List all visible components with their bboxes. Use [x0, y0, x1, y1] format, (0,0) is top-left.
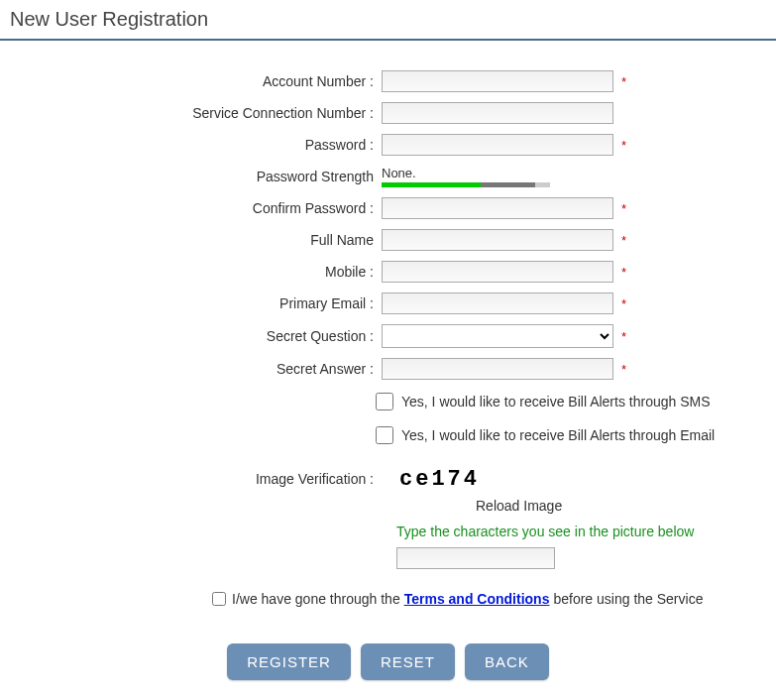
captcha-hint: Type the characters you see in the pictu…: [10, 524, 766, 539]
page-title: New User Registration: [0, 0, 776, 41]
reload-image-link[interactable]: Reload Image: [476, 498, 562, 514]
image-verification-label: Image Verification :: [10, 467, 382, 492]
service-connection-label: Service Connection Number :: [10, 105, 382, 121]
required-mark: *: [621, 201, 626, 216]
service-connection-row: Service Connection Number :: [10, 102, 766, 124]
secret-question-label: Secret Question :: [10, 328, 382, 344]
primary-email-input[interactable]: [382, 292, 613, 314]
email-alerts-checkbox[interactable]: [376, 426, 393, 444]
password-label: Password :: [10, 137, 382, 153]
full-name-row: Full Name *: [10, 229, 766, 251]
password-row: Password : *: [10, 134, 766, 156]
password-strength-value: None.: [382, 166, 550, 180]
required-mark: *: [621, 296, 626, 311]
confirm-password-label: Confirm Password :: [10, 200, 382, 216]
password-input[interactable]: [382, 134, 613, 156]
required-mark: *: [621, 138, 626, 153]
required-mark: *: [621, 265, 626, 280]
primary-email-label: Primary Email :: [10, 295, 382, 311]
terms-checkbox[interactable]: [212, 592, 226, 606]
strength-segment-gray: [481, 182, 535, 187]
back-button[interactable]: BACK: [465, 643, 549, 680]
strength-segment-light: [535, 182, 550, 187]
mobile-input[interactable]: [382, 261, 613, 283]
required-mark: *: [621, 233, 626, 248]
sms-alerts-row: Yes, I would like to receive Bill Alerts…: [10, 390, 766, 413]
register-button[interactable]: REGISTER: [227, 643, 351, 680]
password-strength-label: Password Strength: [10, 169, 382, 184]
terms-suffix: before using the Service: [553, 591, 703, 607]
secret-answer-input[interactable]: [382, 358, 613, 380]
full-name-label: Full Name: [10, 232, 382, 248]
password-strength-row: Password Strength None.: [10, 166, 766, 187]
secret-answer-label: Secret Answer :: [10, 361, 382, 377]
secret-answer-row: Secret Answer : *: [10, 358, 766, 380]
full-name-input[interactable]: [382, 229, 613, 251]
strength-segment-green: [382, 182, 481, 187]
sms-alerts-label: Yes, I would like to receive Bill Alerts…: [401, 394, 711, 409]
terms-prefix: I/we have gone through the: [232, 591, 400, 607]
confirm-password-input[interactable]: [382, 197, 613, 219]
terms-and-conditions-link[interactable]: Terms and Conditions: [404, 591, 550, 607]
primary-email-row: Primary Email : *: [10, 292, 766, 314]
terms-row: I/we have gone through the Terms and Con…: [10, 589, 766, 609]
secret-question-row: Secret Question : *: [10, 324, 766, 348]
mobile-row: Mobile : *: [10, 261, 766, 283]
account-number-row: Account Number : *: [10, 70, 766, 92]
confirm-password-row: Confirm Password : *: [10, 197, 766, 219]
secret-question-select[interactable]: [382, 324, 613, 348]
account-number-input[interactable]: [382, 70, 613, 92]
required-mark: *: [621, 74, 626, 89]
button-row: REGISTER RESET BACK: [10, 643, 766, 680]
registration-form: Account Number : * Service Connection Nu…: [0, 41, 776, 700]
email-alerts-row: Yes, I would like to receive Bill Alerts…: [10, 423, 766, 447]
reset-button[interactable]: RESET: [361, 643, 455, 680]
sms-alerts-checkbox[interactable]: [376, 393, 393, 410]
mobile-label: Mobile :: [10, 264, 382, 280]
account-number-label: Account Number :: [10, 73, 382, 89]
captcha-input[interactable]: [396, 547, 555, 569]
required-mark: *: [621, 329, 626, 344]
password-strength-bar: [382, 182, 550, 187]
image-verification-row: Image Verification : ce174: [10, 467, 766, 492]
required-mark: *: [621, 362, 626, 377]
service-connection-input[interactable]: [382, 102, 613, 124]
captcha-image: ce174: [382, 467, 498, 492]
email-alerts-label: Yes, I would like to receive Bill Alerts…: [401, 427, 715, 443]
